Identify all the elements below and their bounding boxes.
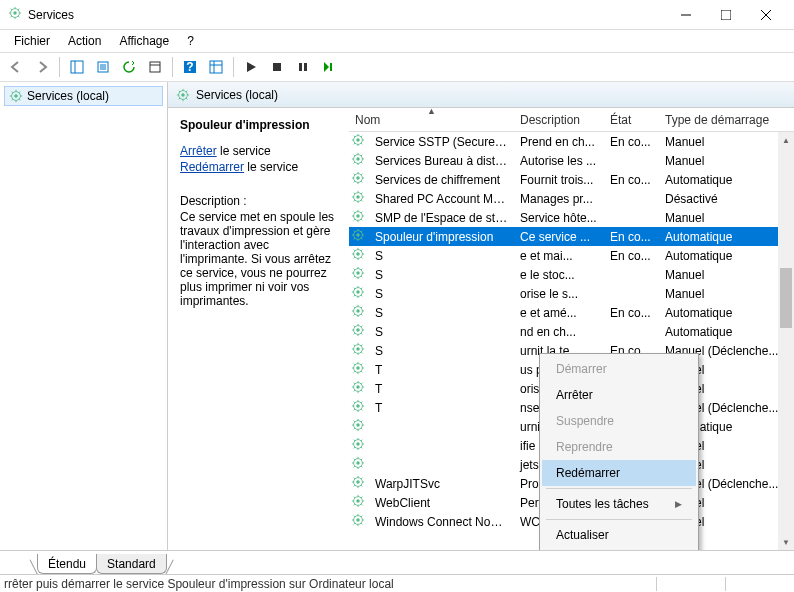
cell-desc: Fournit trois... — [514, 173, 604, 187]
columns-button[interactable] — [204, 55, 228, 79]
menu-help[interactable]: ? — [179, 32, 202, 50]
service-icon — [351, 266, 369, 283]
svg-rect-16 — [210, 61, 222, 73]
export-button[interactable] — [91, 55, 115, 79]
service-row[interactable]: SMP de l'Espace de stockag...Service hôt… — [349, 208, 794, 227]
tab-standard[interactable]: Standard — [96, 554, 167, 574]
cell-name: S — [369, 325, 514, 339]
restart-service-button[interactable] — [317, 55, 341, 79]
cell-name: Spouleur d'impression — [369, 230, 514, 244]
cell-name: Services Bureau à distance — [369, 154, 514, 168]
menu-action[interactable]: Action — [60, 32, 109, 50]
service-row[interactable]: Sorise le s...Manuel — [349, 284, 794, 303]
svg-rect-12 — [150, 62, 160, 72]
status-bar: rrêter puis démarrer le service Spouleur… — [0, 574, 794, 592]
tab-extended[interactable]: Étendu — [37, 554, 97, 574]
service-icon — [351, 285, 369, 302]
menubar: Fichier Action Affichage ? — [0, 30, 794, 52]
cell-name: Shared PC Account Manager — [369, 192, 514, 206]
ctx-stop[interactable]: Arrêter — [542, 382, 696, 408]
service-icon — [351, 247, 369, 264]
start-service-button[interactable] — [239, 55, 263, 79]
maximize-button[interactable] — [706, 1, 746, 29]
column-startup[interactable]: Type de démarrage — [659, 109, 794, 131]
cell-startup: Automatique — [659, 325, 794, 339]
back-button[interactable] — [4, 55, 28, 79]
svg-rect-20 — [299, 63, 302, 71]
cell-desc: Manages pr... — [514, 192, 604, 206]
window-title: Services — [28, 8, 666, 22]
cell-desc: orise le s... — [514, 287, 604, 301]
cell-startup: Désactivé — [659, 192, 794, 206]
scroll-thumb[interactable] — [780, 268, 792, 328]
service-row[interactable]: Snd en ch...Automatique — [349, 322, 794, 341]
cell-name: WarpJITSvc — [369, 477, 514, 491]
context-menu: Démarrer Arrêter Suspendre Reprendre Red… — [539, 353, 699, 550]
service-row[interactable]: Services Bureau à distanceAutorise les .… — [349, 151, 794, 170]
description-text: Ce service met en spoule les travaux d'i… — [180, 210, 337, 308]
column-status[interactable]: État — [604, 109, 659, 131]
submenu-arrow-icon: ▶ — [675, 499, 682, 509]
cell-name: Services de chiffrement — [369, 173, 514, 187]
tree-root-services[interactable]: Services (local) — [4, 86, 163, 106]
ctx-resume[interactable]: Reprendre — [542, 434, 696, 460]
cell-startup: Automatique — [659, 230, 794, 244]
pause-service-button[interactable] — [291, 55, 315, 79]
service-row[interactable]: Services de chiffrementFournit trois...E… — [349, 170, 794, 189]
ctx-start[interactable]: Démarrer — [542, 356, 696, 382]
service-icon — [351, 342, 369, 359]
stop-link[interactable]: Arrêter — [180, 144, 217, 158]
cell-startup: Manuel — [659, 268, 794, 282]
restart-link[interactable]: Redémarrer — [180, 160, 244, 174]
column-description[interactable]: Description — [514, 109, 604, 131]
menu-view[interactable]: Affichage — [111, 32, 177, 50]
cell-desc: e et amé... — [514, 306, 604, 320]
ctx-restart[interactable]: Redémarrer — [542, 460, 696, 486]
svg-rect-21 — [304, 63, 307, 71]
cell-startup: Manuel — [659, 154, 794, 168]
list-header-bar: Services (local) — [168, 82, 794, 108]
service-row[interactable]: Shared PC Account ManagerManages pr...Dé… — [349, 189, 794, 208]
stop-service-button[interactable] — [265, 55, 289, 79]
ctx-all-tasks[interactable]: Toutes les tâches▶ — [542, 491, 696, 517]
help-button[interactable]: ? — [178, 55, 202, 79]
service-icon — [351, 152, 369, 169]
service-icon — [351, 361, 369, 378]
service-icon — [351, 399, 369, 416]
minimize-button[interactable] — [666, 1, 706, 29]
cell-status: En co... — [604, 173, 659, 187]
service-icon — [351, 418, 369, 435]
ctx-refresh[interactable]: Actualiser — [542, 522, 696, 548]
toolbar: ? — [0, 52, 794, 82]
service-row[interactable]: Spouleur d'impressionCe service ...En co… — [349, 227, 794, 246]
forward-button[interactable] — [30, 55, 54, 79]
vertical-scrollbar[interactable]: ▲ ▼ — [778, 132, 794, 550]
service-icon — [351, 171, 369, 188]
properties-button[interactable] — [143, 55, 167, 79]
tree-root-label: Services (local) — [27, 89, 109, 103]
service-row[interactable]: Se et amé...En co...Automatique — [349, 303, 794, 322]
svg-rect-19 — [273, 63, 281, 71]
ctx-suspend[interactable]: Suspendre — [542, 408, 696, 434]
show-hide-tree-button[interactable] — [65, 55, 89, 79]
description-label: Description : — [180, 194, 337, 208]
cell-status: En co... — [604, 249, 659, 263]
scroll-down-icon[interactable]: ▼ — [778, 534, 794, 550]
service-row[interactable]: Se le stoc...Manuel — [349, 265, 794, 284]
cell-name: SMP de l'Espace de stockag... — [369, 211, 514, 225]
cell-name: T — [369, 363, 514, 377]
detail-pane: Spouleur d'impression Arrêter le service… — [168, 108, 349, 550]
scroll-up-icon[interactable]: ▲ — [778, 132, 794, 148]
service-row[interactable]: Se et mai...En co...Automatique — [349, 246, 794, 265]
titlebar: Services — [0, 0, 794, 30]
refresh-button[interactable] — [117, 55, 141, 79]
service-icon — [351, 190, 369, 207]
cell-startup: Manuel — [659, 135, 794, 149]
service-row[interactable]: Service SSTP (Secure Socket...Prend en c… — [349, 132, 794, 151]
tree-pane: Services (local) — [0, 82, 168, 550]
menu-file[interactable]: Fichier — [6, 32, 58, 50]
column-name[interactable]: Nom▲ — [349, 109, 514, 131]
svg-rect-3 — [721, 10, 731, 20]
close-button[interactable] — [746, 1, 786, 29]
cell-name: S — [369, 306, 514, 320]
